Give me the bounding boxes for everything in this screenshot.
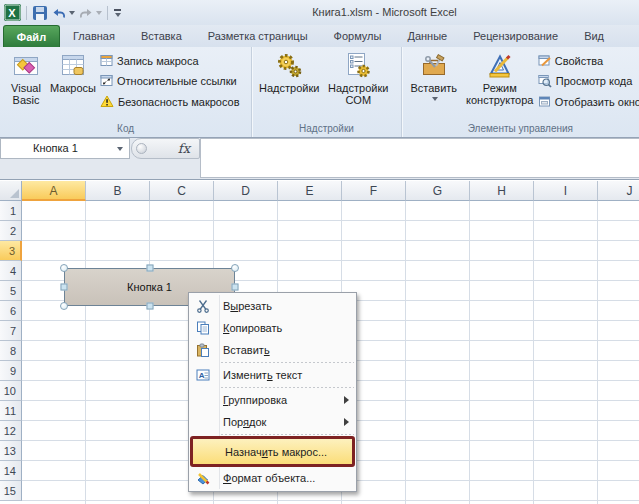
name-box-dropdown-icon[interactable] — [117, 147, 123, 151]
ribbon-group-code: Visual Basic Макросы Запись макроса Отно… — [0, 47, 251, 137]
column-header-G[interactable]: G — [406, 181, 470, 201]
menu-item-paste[interactable]: Вставить — [189, 339, 356, 361]
handle-top-right[interactable] — [231, 264, 239, 272]
svg-text:A: A — [199, 371, 205, 380]
group-label-code: Код — [0, 123, 251, 134]
row-header-9[interactable]: 9 — [0, 361, 22, 381]
column-header-C[interactable]: C — [150, 181, 214, 201]
handle-middle-left[interactable] — [61, 284, 68, 291]
addins-button[interactable]: Надстройки — [259, 50, 319, 94]
visual-basic-button[interactable]: Visual Basic — [4, 50, 48, 106]
worksheet: ABCDEFGHIJ 123456789101112131415 Кнопка … — [0, 180, 639, 504]
macros-icon — [60, 50, 86, 80]
row-header-14[interactable]: 14 — [0, 461, 22, 481]
show-dialog-button[interactable]: Отобразить окно — [538, 93, 639, 110]
column-header-B[interactable]: B — [86, 181, 150, 201]
handle-bottom-left[interactable] — [60, 302, 68, 310]
dialog-window-icon — [538, 95, 551, 108]
menu-item-assign-macro[interactable]: Назначить макрос... — [190, 436, 355, 467]
tab-data[interactable]: Данные — [394, 25, 460, 47]
column-header-J[interactable]: J — [598, 181, 639, 201]
row-header-5[interactable]: 5 — [0, 281, 22, 301]
macro-security-button[interactable]: Безопасность макросов — [100, 93, 240, 110]
row-header-10[interactable]: 10 — [0, 381, 22, 401]
ribbon-tab-bar: Файл Главная Вставка Разметка страницы Ф… — [0, 25, 639, 47]
formula-bar-area: Кнопка 1 fx — [0, 138, 639, 180]
row-header-7[interactable]: 7 — [0, 321, 22, 341]
context-menu: Вырезать Копировать Вставить A Изменить … — [188, 292, 357, 492]
column-header-H[interactable]: H — [470, 181, 534, 201]
menu-item-format-object[interactable]: Формат объекта... — [189, 467, 356, 489]
name-box[interactable]: Кнопка 1 — [0, 138, 130, 159]
com-addins-icon — [345, 50, 371, 80]
tab-review[interactable]: Рецензирование — [460, 25, 571, 47]
handle-bottom-center[interactable] — [147, 303, 154, 310]
scissors-icon — [189, 299, 217, 313]
set-square-pencil-icon — [486, 50, 513, 80]
menu-item-cut[interactable]: Вырезать — [189, 295, 356, 317]
record-macro-icon — [100, 54, 113, 67]
handle-top-center[interactable] — [147, 265, 154, 272]
column-header-A[interactable]: A — [22, 181, 86, 201]
row-header-6[interactable]: 6 — [0, 301, 22, 321]
record-macro-button[interactable]: Запись макроса — [100, 52, 199, 69]
column-header-I[interactable]: I — [534, 181, 598, 201]
menu-item-grouping[interactable]: Группировка — [189, 389, 356, 411]
visual-basic-icon — [13, 50, 39, 80]
row-header-3[interactable]: 3 — [0, 241, 22, 261]
insert-dropdown-icon[interactable] — [432, 97, 438, 101]
column-headers: ABCDEFGHIJ — [22, 181, 639, 201]
macros-button[interactable]: Макросы — [50, 50, 96, 94]
row-header-12[interactable]: 12 — [0, 421, 22, 441]
tab-view[interactable]: Вид — [571, 25, 617, 47]
fx-icon: fx — [178, 141, 190, 156]
tab-file[interactable]: Файл — [3, 25, 60, 47]
warning-icon — [100, 95, 114, 108]
relative-references-icon — [100, 74, 113, 87]
tab-insert[interactable]: Вставка — [128, 25, 195, 47]
row-header-8[interactable]: 8 — [0, 341, 22, 361]
handle-middle-right[interactable] — [232, 284, 239, 291]
window-title: Книга1.xlsm - Microsoft Excel — [0, 0, 639, 25]
row-header-4[interactable]: 4 — [0, 261, 22, 281]
design-mode-button[interactable]: Режим конструктора — [462, 50, 538, 106]
submenu-arrow-icon — [344, 396, 349, 404]
tab-page-layout[interactable]: Разметка страницы — [195, 25, 321, 47]
column-header-E[interactable]: E — [278, 181, 342, 201]
row-header-1[interactable]: 1 — [0, 201, 22, 221]
ribbon: Visual Basic Макросы Запись макроса Отно… — [0, 47, 639, 138]
copy-icon — [189, 321, 217, 335]
gears-icon — [276, 50, 303, 80]
menu-item-copy[interactable]: Копировать — [189, 317, 356, 339]
formula-input[interactable] — [200, 138, 639, 178]
ribbon-group-controls: Вставить Режим конструктора Свойства П — [401, 47, 639, 137]
select-all-corner[interactable] — [0, 181, 22, 201]
row-header-15[interactable]: 15 — [0, 481, 22, 501]
properties-button[interactable]: Свойства — [538, 52, 603, 69]
row-header-11[interactable]: 11 — [0, 401, 22, 421]
row-header-2[interactable]: 2 — [0, 221, 22, 241]
column-header-D[interactable]: D — [214, 181, 278, 201]
tab-formulas[interactable]: Формулы — [321, 25, 395, 47]
title-bar: X Книга1.xlsm - Microsoft Excel — [0, 0, 639, 25]
insert-function-button[interactable]: fx — [131, 138, 200, 159]
edit-text-icon: A — [189, 368, 217, 382]
relative-references-button[interactable]: Относительные ссылки — [100, 72, 237, 89]
select-all-triangle-icon — [10, 189, 19, 198]
com-addins-button[interactable]: Надстройки COM — [322, 50, 394, 106]
tab-home[interactable]: Главная — [60, 25, 128, 47]
submenu-arrow-icon — [344, 418, 349, 426]
column-header-F[interactable]: F — [342, 181, 406, 201]
ribbon-group-addins: Надстройки Надстройки COM Надстройки — [251, 47, 401, 137]
format-object-icon — [189, 471, 217, 485]
menu-item-edit-text[interactable]: A Изменить текст — [189, 364, 356, 386]
menu-item-order[interactable]: Порядок — [189, 411, 356, 433]
view-code-icon — [538, 74, 552, 88]
view-code-button[interactable]: Просмотр кода — [538, 72, 633, 89]
excel-window: X Книга1.xlsm - Microsoft Excel Файл Гла… — [0, 0, 639, 504]
group-label-addins: Надстройки — [252, 123, 401, 134]
row-header-13[interactable]: 13 — [0, 441, 22, 461]
insert-controls-button[interactable]: Вставить — [410, 50, 458, 101]
handle-top-left[interactable] — [60, 264, 68, 272]
row-headers: 123456789101112131415 — [0, 201, 22, 504]
